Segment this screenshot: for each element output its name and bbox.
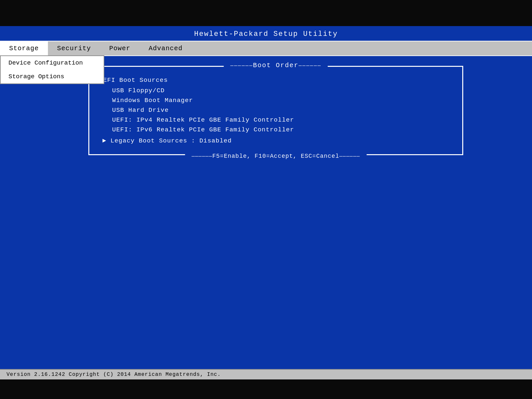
- bottom-bezel: [0, 379, 532, 399]
- boot-item-1[interactable]: Windows Boot Manager: [99, 97, 452, 104]
- version-bar: Version 2.16.1242 Copyright (C) 2014 Ame…: [0, 369, 532, 379]
- sidebar: DP Bo: [0, 56, 26, 369]
- boot-list: UEFI Boot Sources USB Floppy/CD Windows …: [99, 77, 452, 144]
- menu-item-storage[interactable]: Storage: [0, 41, 48, 55]
- monitor-outer: Hewlett-Packard Setup Utility Storage Se…: [0, 0, 532, 399]
- boot-item-2[interactable]: USB Hard Drive: [99, 107, 452, 114]
- top-bezel: [0, 0, 532, 26]
- storage-dropdown: Device Configuration Storage Options: [0, 55, 104, 84]
- bios-title: Hewlett-Packard Setup Utility: [0, 26, 532, 41]
- bios-screen: Hewlett-Packard Setup Utility Storage Se…: [0, 26, 532, 379]
- boot-item-4[interactable]: UEFI: IPv6 Realtek PCIe GBE Family Contr…: [99, 126, 452, 133]
- boot-item-3[interactable]: UEFI: IPv4 Realtek PCIe GBE Family Contr…: [99, 116, 452, 124]
- legacy-boot-sources-item[interactable]: ► Legacy Boot Sources : Disabled: [99, 137, 452, 144]
- dialog-title: Boot Order: [224, 62, 328, 69]
- menu-bar: Storage Security Power Advanced Device C…: [0, 41, 532, 56]
- content-area: DP Bo Boot Order UEFI Boot Sources USB F…: [0, 56, 532, 369]
- boot-order-dialog: Boot Order UEFI Boot Sources USB Floppy/…: [88, 66, 463, 155]
- menu-item-power[interactable]: Power: [100, 41, 140, 55]
- uefi-boot-sources-title: UEFI Boot Sources: [99, 77, 452, 84]
- legacy-boot-sources-label: Legacy Boot Sources : Disabled: [111, 137, 232, 144]
- dropdown-item-device-configuration[interactable]: Device Configuration: [1, 56, 104, 70]
- menu-item-advanced[interactable]: Advanced: [140, 41, 192, 55]
- boot-item-0[interactable]: USB Floppy/CD: [99, 87, 452, 94]
- main-content: Boot Order UEFI Boot Sources USB Floppy/…: [26, 56, 532, 369]
- menu-item-security[interactable]: Security: [48, 41, 100, 55]
- dialog-footer: F5=Enable, F10=Accept, ESC=Cancel: [185, 153, 367, 159]
- dropdown-item-storage-options[interactable]: Storage Options: [1, 70, 104, 83]
- legacy-arrow-icon: ►: [102, 137, 106, 144]
